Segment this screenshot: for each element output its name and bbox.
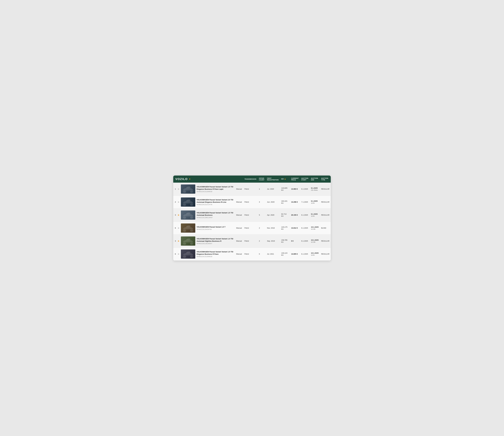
auction-end-date: 10.1.2025 [311, 239, 319, 241]
transmission-cell: Manual [235, 195, 243, 209]
auction-start-cell: 6.1.2025 [300, 247, 310, 261]
offer-count-cell: 2 [258, 235, 266, 247]
table-row[interactable]: 3★ VOLKSWAGEN Passat Variant Variant 1.4… [173, 235, 331, 247]
brand-name: VOZILO [175, 177, 188, 181]
km-cell: 120,175 km [280, 221, 290, 235]
auction-end-cell: 9.1.20251d 0h [310, 195, 320, 209]
offer-count-cell: 5 [258, 209, 266, 221]
car-cell-0: 1★ VOLKSWAGEN Passat Variant Variant 1.5… [173, 183, 235, 196]
current-price-header: CURRENTPRICE [290, 175, 300, 183]
car-name: VOLKSWAGEN Passat Variant 1.5 T [197, 226, 225, 228]
car-info-group-4: 3★ VOLKSWAGEN Passat Variant Variant 1.4… [175, 236, 234, 246]
star-icon[interactable]: ★ [178, 214, 180, 216]
star-icon[interactable]: ★ [178, 201, 180, 203]
auction-end-time: 1d 0h [311, 202, 319, 204]
car-info-group-1: 2★ VOLKSWAGEN Passat Variant Variant 2.0… [175, 198, 234, 207]
row-number: 3 [175, 214, 176, 216]
table-row[interactable]: 2★ VOLKSWAGEN Passat Variant Variant 2.0… [173, 195, 331, 209]
fuel-cell: Petrol [243, 247, 258, 261]
car-details: VOLKSWAGEN Passat Variant Variant 1.5 TS… [197, 212, 234, 218]
car-info-group-5: 6★ VOLKSWAGEN Passat Variant Variant 1.5… [175, 249, 234, 259]
car-name: VOLKSWAGEN Passat Variant Variant 1.4 TS… [197, 238, 234, 242]
auction-end-header: AUCTIONEND [310, 175, 320, 183]
km-cell: 163,101 km [280, 195, 290, 209]
auction-end-date: 9.1.2025 [311, 187, 319, 189]
star-icon[interactable]: ★ [178, 227, 180, 229]
auction-start-header: AUCTIONSTART [300, 175, 310, 183]
fuel-header: TRANSMISSION [243, 175, 258, 183]
star-icon[interactable]: ★ [178, 188, 180, 190]
first-registration-cell: Jul. 2020 [266, 183, 280, 196]
table-header-row: VOZILO TRANSMISSION [173, 175, 331, 183]
brand-logo: VOZILO [175, 177, 233, 181]
transmission-cell: Manual [235, 221, 243, 235]
transmission-cell: Manual [235, 183, 243, 196]
car-details: VOLKSWAGEN Passat Variant Variant 2.0 TS… [197, 199, 234, 205]
auction-end-time: 1d 0h [311, 215, 319, 217]
logo-header: VOZILO [173, 175, 235, 183]
car-info-group-2: 3★ VOLKSWAGEN Passat Variant Variant 1.5… [175, 210, 234, 220]
table-row[interactable]: 1★ VOLKSWAGEN Passat Variant Variant 1.5… [173, 183, 331, 196]
auction-start-cell: 6.1.2025 [300, 209, 310, 221]
car-cell-1: 2★ VOLKSWAGEN Passat Variant Variant 2.0… [173, 195, 235, 209]
svg-point-7 [183, 217, 186, 219]
car-vin: WVWZZZ3CZJE200937 [197, 243, 234, 244]
car-vin: WVWZZZ3CZLE114735 [197, 204, 234, 205]
auction-end-cell: 10.1.20251d 19h [310, 221, 320, 235]
auction-start-cell: 7.1.2025 [300, 195, 310, 209]
auction-end-label: AUCTIONEND [311, 178, 318, 181]
auction-end-date: 10.1.2025 [311, 252, 319, 254]
first-registration-cell: Jul. 2021 [266, 247, 280, 261]
km-label: KM [281, 178, 284, 180]
star-icon[interactable]: ★ [178, 253, 180, 255]
fuel-cell: Petrol [243, 183, 258, 196]
offer-count-cell: 2 [258, 221, 266, 235]
auction-end-cell: 10.1.20251d 19h [310, 235, 320, 247]
main-container: VOZILO TRANSMISSION [173, 175, 331, 261]
auction-end-time: 1d 19h [311, 228, 319, 230]
car-details: VOLKSWAGEN Passat Variant Variant 1.4 TS… [197, 238, 234, 244]
auction-start-cell: 6.1.2025 [300, 221, 310, 235]
car-vin: WVWZZZ3CZKE09766 [197, 228, 225, 230]
car-vin: WVWZZZ3CZLE006530 [197, 191, 234, 192]
transmission-cell: Manual [235, 209, 243, 221]
first-registration-cell: Jun. 2020 [266, 195, 280, 209]
table-row[interactable]: 6★ VOLKSWAGEN Passat Variant Variant 1.5… [173, 247, 331, 261]
km-cell: 92,713 km [280, 209, 290, 221]
km-header[interactable]: KM [280, 175, 290, 183]
auction-end-date: 10.1.2025 [311, 226, 319, 228]
row-number: 2 [175, 201, 176, 203]
cars-table: VOZILO TRANSMISSION [173, 175, 331, 261]
car-details: VOLKSWAGEN Passat Variant Variant 1.5 TS… [197, 251, 234, 257]
km-cell: 143,605 km [280, 183, 290, 196]
svg-point-5 [190, 203, 193, 206]
auction-end-time: 1d 0h [311, 254, 319, 256]
current-price-cell: 14.805 € [290, 247, 300, 261]
fuel-cell: Petrol [243, 235, 258, 247]
km-cell: 130,124 km [280, 247, 290, 261]
table-row[interactable]: 3★ VOLKSWAGEN Passat Variant Variant 1.5… [173, 209, 331, 221]
auction-type-cell: REGULAR [320, 209, 331, 221]
car-info-group-3: 6★ VOLKSWAGEN Passat Variant 1.5 TWVWZZZ… [175, 223, 234, 233]
table-row[interactable]: 6★ VOLKSWAGEN Passat Variant 1.5 TWVWZZZ… [173, 221, 331, 235]
svg-point-13 [183, 243, 186, 245]
offer-count-label: OFFERCOUNT [259, 178, 264, 181]
current-price-cell: 0 € [290, 235, 300, 247]
logo-sort-icon [189, 178, 190, 180]
row-number: 6 [175, 253, 176, 255]
auction-start-cell: 6.1.2025 [300, 235, 310, 247]
svg-point-16 [183, 255, 186, 258]
svg-point-1 [183, 191, 186, 193]
svg-point-2 [190, 191, 193, 193]
transmission-cell: Manual [235, 235, 243, 247]
car-name: VOLKSWAGEN Passat Variant Variant 2.0 TS… [197, 199, 234, 203]
car-vin: WVWZZZ3CZLE006530 [197, 256, 234, 257]
car-thumbnail [181, 236, 195, 246]
star-icon[interactable]: ★ [178, 240, 180, 242]
offer-count-header: OFFERCOUNT [258, 175, 266, 183]
first-registration-cell: Nov. 2018 [266, 221, 280, 235]
auction-end-cell: 9.1.20251d 0h [310, 209, 320, 221]
auction-end-time: 21h 43min [311, 189, 319, 191]
auction-type-header: AUCTIONTYPE [320, 175, 331, 183]
car-details: VOLKSWAGEN Passat Variant Variant 1.5 TS… [197, 186, 234, 192]
